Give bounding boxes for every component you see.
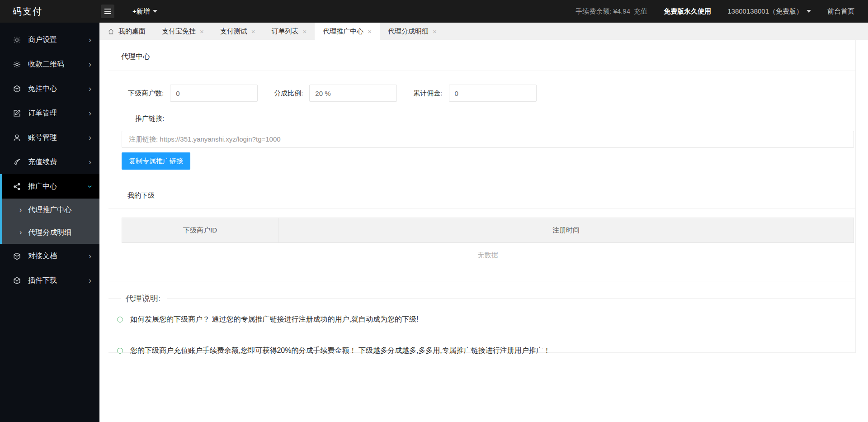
tab-agent-share-details[interactable]: 代理分成明细 ×: [380, 23, 445, 40]
bullet-circle-icon: [117, 348, 123, 354]
account-dropdown[interactable]: 13800138001（免费版）: [727, 7, 811, 16]
sidebar-subitem-label: 代理推广中心: [28, 205, 71, 215]
sidebar-item-api-docs[interactable]: 对接文档 ›: [0, 244, 99, 268]
recharge-link[interactable]: 充值: [634, 7, 647, 15]
tab-order-list[interactable]: 订单列表 ×: [264, 23, 315, 40]
sidebar-item-merchant-settings[interactable]: 商户设置 ›: [0, 28, 99, 52]
topbar: 码支付 +新增 手续费余额: ¥4.94 充值 免费版永久使用 13800138…: [0, 0, 868, 23]
copy-promo-link-button[interactable]: 复制专属推广链接: [122, 152, 190, 170]
chevron-down-icon: ›: [85, 185, 95, 188]
chevron-right-icon: ›: [89, 84, 91, 94]
sidebar-item-label: 商户设置: [28, 35, 57, 45]
register-link-box[interactable]: 注册链接: https://351.yanyanshi.xyz/login?tg…: [122, 131, 854, 148]
home-icon: [108, 28, 114, 35]
new-dropdown-label: +新增: [132, 7, 150, 16]
close-icon[interactable]: ×: [200, 28, 204, 35]
agent-notes-legend: 代理说明:: [108, 293, 855, 304]
sidebar-item-plugin-download[interactable]: 插件下载 ›: [0, 268, 99, 293]
sidebar-subitem-agent-share-details[interactable]: › 代理分成明细: [2, 221, 99, 244]
sidebar-subitem-label: 代理分成明细: [28, 228, 71, 237]
share-ratio-input[interactable]: [309, 85, 397, 102]
caret-down-icon: [153, 10, 157, 13]
agent-center-card: 代理中心 下级商户数: 分成比例: 累计佣金: 推广链接: 注册链接: http…: [108, 40, 856, 353]
table-empty-state: 无数据: [122, 243, 854, 268]
column-header-subordinate-id: 下级商户ID: [122, 218, 278, 242]
tabbar: 我的桌面 支付宝免挂 × 支付测试 × 订单列表 × 代理推广中心 × 代理分成…: [99, 23, 868, 40]
agent-notes-list: 如何发展您的下级商户？ 通过您的专属推广链接进行注册成功的用户,就自动成为您的下…: [108, 315, 855, 356]
chevron-right-icon: ›: [19, 228, 22, 237]
sidebar-item-label: 推广中心: [28, 182, 57, 191]
gear-icon: [13, 60, 21, 69]
chevron-right-icon: ›: [89, 109, 91, 118]
subordinate-count-input[interactable]: [170, 85, 258, 102]
bullet-circle-icon: [117, 317, 123, 322]
tab-label: 订单列表: [272, 27, 299, 36]
sidebar-item-label: 免挂中心: [28, 84, 57, 94]
note-text: 如何发展您的下级商户？ 通过您的专属推广链接进行注册成功的用户,就自动成为您的下…: [130, 315, 418, 324]
chevron-right-icon: ›: [89, 276, 91, 285]
sidebar-item-free-hang-center[interactable]: 免挂中心 ›: [0, 76, 99, 101]
chevron-right-icon: ›: [89, 251, 91, 261]
field-label: 累计佣金:: [413, 89, 442, 98]
cube-icon: [13, 276, 21, 285]
note-item: 如何发展您的下级商户？ 通过您的专属推广链接进行注册成功的用户,就自动成为您的下…: [117, 315, 855, 324]
close-icon[interactable]: ×: [433, 28, 437, 35]
tab-label: 支付测试: [220, 27, 247, 36]
legend-line: [108, 299, 121, 299]
divider: [108, 208, 855, 209]
sidebar-item-label: 插件下载: [28, 276, 57, 285]
timeline-connector: [120, 322, 120, 344]
field-label: 下级商户数:: [128, 89, 164, 98]
chevron-right-icon: ›: [89, 60, 91, 69]
field-label: 分成比例:: [274, 89, 303, 98]
sidebar-item-label: 充值续费: [28, 157, 57, 167]
sidebar-item-label: 账号管理: [28, 133, 57, 142]
field-share-ratio: 分成比例:: [274, 85, 397, 102]
chevron-right-icon: ›: [19, 206, 22, 214]
legend-line: [167, 299, 855, 299]
total-commission-input[interactable]: [449, 85, 537, 102]
close-icon[interactable]: ×: [368, 28, 372, 35]
tab-label: 支付宝免挂: [162, 27, 196, 36]
agent-stats-row: 下级商户数: 分成比例: 累计佣金:: [128, 85, 855, 102]
new-dropdown-button[interactable]: +新增: [132, 7, 157, 16]
account-label: 13800138001（免费版）: [727, 7, 803, 16]
subordinates-table: 下级商户ID 注册时间 无数据: [122, 218, 854, 268]
fee-balance-amount: ¥4.94: [613, 7, 631, 15]
sidebar-item-account-management[interactable]: 账号管理 ›: [0, 125, 99, 150]
check-icon: [13, 158, 21, 166]
tab-label: 我的桌面: [118, 27, 146, 36]
field-total-commission: 累计佣金:: [413, 85, 536, 102]
app-root: 码支付 +新增 手续费余额: ¥4.94 充值 免费版永久使用 13800138…: [0, 0, 868, 422]
close-icon[interactable]: ×: [303, 28, 307, 35]
fee-balance-label: 手续费余额:: [576, 7, 611, 15]
tab-my-desktop[interactable]: 我的桌面: [99, 23, 154, 40]
sidebar-item-promotion-center[interactable]: 推广中心 ›: [2, 174, 99, 199]
tab-payment-test[interactable]: 支付测试 ×: [212, 23, 264, 40]
sidebar-item-label: 对接文档: [28, 251, 57, 261]
sidebar-item-order-management[interactable]: 订单管理 ›: [0, 101, 99, 125]
sidebar-item-recharge-renewal[interactable]: 充值续费 ›: [0, 150, 99, 174]
tab-agent-promotion-center[interactable]: 代理推广中心 ×: [315, 23, 380, 40]
sidebar-group-promotion-center: 推广中心 › › 代理推广中心 › 代理分成明细: [0, 174, 99, 244]
hamburger-icon: [104, 9, 111, 9]
agent-notes-title: 代理说明:: [126, 293, 160, 304]
sidebar-item-label: 订单管理: [28, 109, 57, 118]
note-item: 您的下级商户充值账户手续费余额,您即可获得20%的分成手续费金额！ 下级越多分成…: [117, 346, 855, 356]
sidebar: 商户设置 › 收款二维码 › 免挂中心 › 订单管理 ›: [0, 23, 99, 422]
sidebar-subitem-agent-promotion-center[interactable]: › 代理推广中心: [2, 199, 99, 221]
tab-alipay-free-hang[interactable]: 支付宝免挂 ×: [154, 23, 212, 40]
license-badge: 免费版永久使用: [664, 7, 711, 16]
field-subordinate-count: 下级商户数:: [128, 85, 258, 102]
front-home-link[interactable]: 前台首页: [827, 7, 854, 16]
share-icon: [13, 182, 21, 191]
sidebar-toggle-button[interactable]: [101, 5, 114, 18]
cube-icon: [13, 85, 21, 93]
note-text: 您的下级商户充值账户手续费余额,您即可获得20%的分成手续费金额！ 下级越多分成…: [130, 346, 551, 356]
sidebar-item-qrcode[interactable]: 收款二维码 ›: [0, 52, 99, 76]
edit-icon: [13, 109, 21, 118]
topbar-right: 手续费余额: ¥4.94 充值 免费版永久使用 13800138001（免费版）…: [576, 7, 868, 16]
caret-down-icon: [807, 10, 811, 13]
chevron-right-icon: ›: [89, 157, 91, 167]
close-icon[interactable]: ×: [251, 28, 255, 35]
